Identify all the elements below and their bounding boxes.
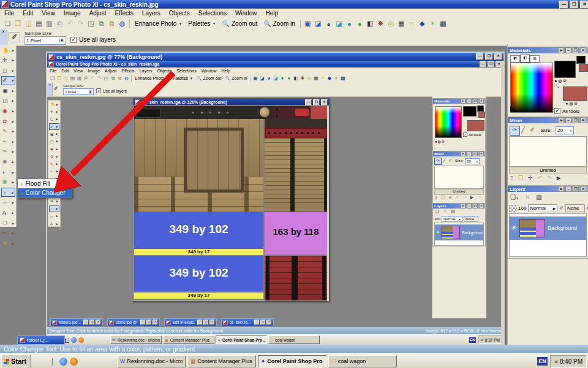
pick-tool[interactable]: ◳ ▶ xyxy=(1,96,15,105)
flyout-arrow-icon[interactable]: ▶ xyxy=(12,48,15,52)
menu-item[interactable]: Window xyxy=(231,9,262,17)
effect-icon[interactable]: ◪ xyxy=(313,19,323,28)
layers-titlebar[interactable]: Layers ➤ – ❐ ✕ xyxy=(508,186,588,192)
swatches-tab[interactable]: ▨ xyxy=(530,55,540,63)
enhance-photo-button[interactable]: Enhance Photo▼ xyxy=(132,20,185,28)
swap-colors-icon[interactable]: ⤡ xyxy=(556,84,559,89)
color-changer-item[interactable]: ◕ Color Changer xyxy=(18,188,72,197)
menu-item[interactable]: Adjust xyxy=(85,9,111,17)
minimize-icon[interactable]: – xyxy=(565,47,571,53)
maximize-icon[interactable]: ❐ xyxy=(573,47,579,53)
clone-tool[interactable]: ✎ ▶ xyxy=(1,127,15,136)
save-as-icon[interactable]: ▥ xyxy=(44,19,55,28)
flyout-arrow-icon[interactable]: ▶ xyxy=(12,58,15,62)
zoom-in-button[interactable]: 🔍Zoom in xyxy=(260,20,298,28)
collapse-tray-icon[interactable]: « xyxy=(554,358,558,365)
menu-item[interactable]: Selections xyxy=(194,9,231,17)
color-picker[interactable] xyxy=(510,63,553,113)
effect-browser-icon[interactable]: ▣ xyxy=(303,19,313,28)
flyout-arrow-icon[interactable]: ▶ xyxy=(12,150,15,153)
menu-item[interactable]: File xyxy=(0,9,18,17)
effect-icon[interactable]: ❋ xyxy=(375,19,386,28)
flyout-arrow-icon[interactable]: ▶ xyxy=(12,109,15,113)
layer-row-background[interactable]: 👁 Background xyxy=(510,217,586,240)
selection-tool[interactable]: ◻ ▶ xyxy=(1,66,15,75)
task-reskinning-doc[interactable]: W Reskinning.doc - Microso... xyxy=(117,355,186,367)
undo-icon[interactable]: ↶ xyxy=(65,19,75,28)
learning-center-icon[interactable]: ◍ xyxy=(117,19,127,28)
menu-item[interactable]: View xyxy=(37,9,59,17)
dropper-tool[interactable]: ✐ ▶ xyxy=(1,76,15,85)
mixer-knife-tool[interactable]: ╱ xyxy=(521,126,525,133)
close-icon[interactable]: ✕ xyxy=(580,117,586,123)
task-content-manager[interactable]: ▦ Content Manager Plus xyxy=(187,355,256,367)
pin-icon[interactable]: ➤ xyxy=(558,186,564,192)
menu-item[interactable]: Effects xyxy=(110,9,137,17)
mixer-nav-icon[interactable]: ✛ xyxy=(528,175,533,181)
mixer-more-icon[interactable]: ▶ xyxy=(557,175,561,181)
pen-tool[interactable]: ✒ ▶ xyxy=(1,229,15,238)
flyout-arrow-icon[interactable]: ▶ xyxy=(12,79,15,82)
mixer-brush-tool[interactable]: ✐ xyxy=(530,126,535,133)
flyout-arrow-icon[interactable]: ▶ xyxy=(12,201,15,204)
task-coal-wagon[interactable]: ❒ coal wagon xyxy=(328,355,397,367)
color-replacer-tool[interactable]: ◐ ▶ xyxy=(1,167,15,177)
warp-brush-tool[interactable]: ✾ ▶ xyxy=(1,239,15,248)
background-style-buttons[interactable]: ●◍⊘ xyxy=(565,101,579,106)
airbrush-tool[interactable]: ✺ ▶ xyxy=(1,158,15,167)
effect-icon[interactable]: ⁙ xyxy=(407,19,417,28)
maximize-icon[interactable]: ❐ xyxy=(573,186,579,192)
new-layer-icon[interactable]: ❏▼ xyxy=(510,194,519,201)
move-tool[interactable]: ✛ ▶ xyxy=(1,56,15,65)
palette-handle[interactable]: ✕ xyxy=(0,29,7,45)
close-button[interactable]: ✕ xyxy=(580,1,588,9)
brush-tool[interactable]: ✑ ▶ xyxy=(1,147,15,156)
maximize-icon[interactable]: ❐ xyxy=(573,117,579,123)
layer-name[interactable]: Background xyxy=(548,225,577,231)
eraser-tool[interactable]: ▱ ▶ xyxy=(1,198,15,207)
visibility-eye-icon[interactable]: 👁 xyxy=(511,225,517,231)
browse-icon[interactable]: ◫ xyxy=(23,19,34,28)
materials-titlebar[interactable]: Materials ➤ – ❐ ✕ xyxy=(508,47,588,53)
layer-opacity-value[interactable]: 100 xyxy=(518,205,526,211)
all-tools-checkbox[interactable]: ✔ All tools xyxy=(554,108,579,114)
effect-icon[interactable]: ◪ xyxy=(334,19,344,28)
pan-tool[interactable]: ✋ ▶ xyxy=(1,45,15,55)
makeover-tool[interactable]: ✿ ▶ xyxy=(1,117,15,126)
mixer-size-input[interactable]: 20⇅ xyxy=(556,126,574,134)
layer-thumbnail[interactable] xyxy=(519,219,545,237)
flyout-arrow-icon[interactable]: ▶ xyxy=(12,160,15,164)
firefox-quicklaunch-icon[interactable] xyxy=(70,358,78,366)
mixer-new-page-icon[interactable]: ▯ xyxy=(510,175,513,181)
maximize-button[interactable]: ❐ xyxy=(570,1,579,9)
doc-maximize-button[interactable]: ❐ xyxy=(485,53,493,60)
capture-setup-icon[interactable]: ⧉ xyxy=(107,19,117,28)
menu-item[interactable]: Help xyxy=(261,9,282,17)
picture-tube-tool[interactable]: ❁ ▶ xyxy=(1,178,15,187)
effect-icon[interactable]: ● xyxy=(355,19,365,28)
frame-tab[interactable]: ◩ xyxy=(510,55,520,63)
mixer-canvas[interactable] xyxy=(509,136,587,167)
mixer-redo-icon[interactable]: ↷ xyxy=(547,175,552,181)
texture-swatch[interactable] xyxy=(510,106,516,112)
use-all-layers-checkbox[interactable]: ✔ Use all layers xyxy=(70,36,116,43)
capture-icon[interactable]: ⧉ xyxy=(96,19,107,28)
effect-icon[interactable]: ● xyxy=(344,19,355,28)
lock-select[interactable]: None xyxy=(565,204,585,212)
foreground-mini-swatch[interactable] xyxy=(576,56,586,64)
rainbow-tab[interactable]: ◧ xyxy=(520,55,530,63)
foreground-style-buttons[interactable]: ●◍⊘ xyxy=(554,79,568,83)
print-icon[interactable]: ⎙ xyxy=(55,19,65,28)
sample-size-select[interactable]: 1 Pixel ▼ xyxy=(24,36,66,45)
menu-item[interactable]: Objects xyxy=(165,9,194,17)
flyout-arrow-icon[interactable]: ▶ xyxy=(12,211,15,215)
preset-shapes-tool[interactable]: ❍ ▶ xyxy=(1,218,15,228)
mixer-undo-icon[interactable]: ↶ xyxy=(538,175,543,181)
effect-icon[interactable]: ▩ xyxy=(438,19,448,28)
menu-item[interactable]: Layers xyxy=(138,9,165,17)
flood-fill-tool[interactable]: ◑ ▶ xyxy=(1,188,15,197)
flyout-arrow-icon[interactable]: ▶ xyxy=(12,221,15,225)
flyout-arrow-icon[interactable]: ▶ xyxy=(12,140,15,144)
flyout-arrow-icon[interactable]: ▶ xyxy=(12,171,15,174)
scratch-remover-tool[interactable]: ✁ ▶ xyxy=(1,137,15,146)
